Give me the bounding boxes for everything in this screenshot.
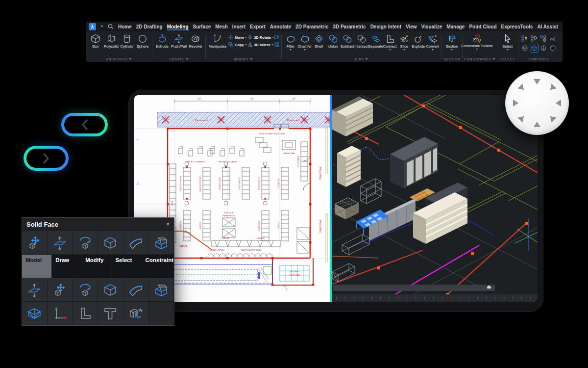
revolve-button[interactable]: Revolve — [187, 33, 204, 49]
shell-solid-tool-2[interactable] — [148, 278, 174, 302]
move-face-tool-2[interactable] — [48, 278, 73, 302]
tab-mesh[interactable]: Mesh — [215, 23, 228, 30]
ucs-tool[interactable] — [48, 302, 73, 325]
settings-grid-button[interactable] — [539, 35, 547, 43]
panel-title-bar[interactable]: Solid Face × — [22, 218, 174, 231]
separate-button[interactable]: Separate — [368, 33, 383, 49]
panel-tab-draw[interactable]: Draw — [52, 255, 82, 278]
tab-2d-parametric[interactable]: 2D Parametric — [295, 23, 328, 30]
mirror3d-button[interactable]: 3D Mirror — [247, 42, 274, 48]
tab-ai-assist[interactable]: AI Assist — [537, 23, 558, 30]
search-icon[interactable] — [108, 24, 114, 29]
dropdown-caret-icon[interactable] — [507, 49, 509, 51]
union-button[interactable]: Union — [326, 33, 340, 49]
panel-tab-select[interactable]: Select — [112, 255, 142, 278]
array-rectangular-button[interactable] — [274, 34, 280, 40]
next-pill-button[interactable] — [24, 146, 69, 171]
tab-surface[interactable]: Surface — [193, 23, 211, 30]
horizontal-scrollbar[interactable] — [333, 285, 495, 291]
t-profile-tool[interactable] — [98, 302, 123, 325]
curved-face-tool-2[interactable] — [123, 278, 149, 302]
section-button[interactable]: Section — [443, 33, 461, 51]
dropdown-caret-icon[interactable] — [432, 49, 434, 51]
convert-button[interactable]: Convert — [425, 33, 440, 51]
dropdown-caret-icon[interactable] — [476, 49, 478, 50]
panel-tab-modify[interactable]: Modify — [82, 255, 112, 278]
box-button[interactable]: Box — [88, 33, 103, 49]
bottom-tick-strip[interactable] — [332, 294, 538, 302]
dropdown-caret-icon[interactable] — [304, 49, 306, 51]
chamfer-button[interactable]: Chamfer — [297, 33, 312, 51]
pushpull-face-tool-2[interactable] — [22, 278, 48, 302]
navigation-dial[interactable] — [505, 71, 569, 135]
tab-manage[interactable]: Manage — [446, 23, 465, 30]
pushpull-button[interactable]: Push/Pull — [171, 33, 187, 49]
dropdown-caret-icon[interactable] — [389, 49, 391, 51]
close-icon[interactable]: × — [166, 221, 170, 227]
rotate3d-button[interactable]: 3D Rotate — [247, 34, 274, 40]
view-style-hidden-button[interactable] — [539, 44, 547, 52]
cylinder-button[interactable]: Cylinder — [119, 33, 135, 49]
move-button[interactable]: Move — [228, 34, 247, 40]
extrude-solid-tool-2[interactable] — [98, 278, 123, 302]
tab-home[interactable]: Home — [118, 23, 132, 30]
dropdown-caret-icon[interactable] — [451, 49, 453, 51]
array-grid-button[interactable] — [274, 42, 280, 48]
dropdown-caret-icon[interactable] — [290, 49, 292, 51]
section-block-tool[interactable] — [123, 302, 149, 325]
manipulate-button[interactable]: Manipulate — [207, 33, 228, 49]
slice-button[interactable]: Slice — [397, 33, 411, 51]
curved-face-tool[interactable] — [123, 231, 149, 255]
panel-tab-constraint[interactable]: Constraint — [142, 255, 174, 278]
view-style-realistic-button[interactable] — [549, 44, 557, 52]
tab-point-cloud[interactable]: Point Cloud — [469, 23, 496, 30]
tab-export[interactable]: Export — [250, 23, 266, 30]
group-caret-icon[interactable] — [186, 58, 189, 60]
constraints-toolbar-button[interactable]: Constraints Toolbar — [464, 33, 490, 50]
trace-button[interactable] — [549, 35, 557, 43]
group-caret-icon[interactable] — [365, 58, 368, 60]
tab-visualize[interactable]: Visualize — [421, 23, 442, 30]
dropdown-caret-icon[interactable] — [403, 49, 405, 51]
lighting-off-button[interactable] — [530, 35, 538, 43]
tab-2d-drafting[interactable]: 2D Drafting — [136, 23, 163, 30]
select-button[interactable]: Select — [499, 33, 516, 51]
tab-design-intent[interactable]: Design Intent — [370, 23, 401, 30]
l-profile-tool[interactable] — [73, 302, 98, 325]
group-caret-icon[interactable] — [129, 58, 132, 60]
tab-annotate[interactable]: Annotate — [270, 23, 291, 30]
move-face-tool[interactable] — [22, 231, 48, 255]
app-menu-caret-icon[interactable] — [100, 26, 103, 27]
tab-view[interactable]: View — [406, 23, 417, 30]
dropdown-caret-icon[interactable] — [245, 44, 247, 46]
view-style-shaded-button[interactable] — [530, 44, 538, 52]
intersect-button[interactable]: Intersect — [354, 33, 368, 49]
fillet-button[interactable]: Fillet — [283, 33, 297, 51]
rotate-face-tool-2[interactable] — [73, 278, 98, 302]
extrude-button[interactable]: Extrude — [154, 33, 171, 49]
tab-expresstools[interactable]: ExpressTools — [501, 23, 533, 30]
sphere-button[interactable]: Sphere — [135, 33, 150, 49]
connect-button[interactable]: Connect — [383, 33, 397, 51]
subtract-button[interactable]: Subtract — [340, 33, 354, 49]
prev-pill-button[interactable] — [61, 113, 108, 136]
tab-insert[interactable]: Insert — [232, 23, 245, 30]
dropdown-caret-icon[interactable] — [271, 44, 273, 46]
group-caret-icon[interactable] — [250, 58, 253, 60]
view-style-wire-button[interactable] — [521, 44, 529, 52]
copy-button[interactable]: Copy — [228, 42, 247, 48]
lighting-on-button[interactable] — [521, 35, 529, 43]
group-caret-icon[interactable] — [492, 58, 495, 60]
extrude-solid-tool[interactable] — [98, 231, 123, 255]
tab-modeling[interactable]: Modeling — [167, 23, 189, 30]
shell-button[interactable]: Shell — [312, 33, 326, 49]
panel-tab-model[interactable]: Model — [22, 255, 52, 278]
shell-solid-tool[interactable] — [148, 231, 174, 255]
explode-button[interactable]: Explode — [411, 33, 425, 49]
app-logo-icon[interactable]: λ — [89, 23, 96, 30]
polysolid-button[interactable]: Polysolid — [103, 33, 119, 49]
wireframe-box-tool[interactable] — [22, 302, 48, 325]
tab-3d-parametric[interactable]: 3D Parametric — [333, 23, 366, 30]
pushpull-face-tool[interactable] — [48, 231, 73, 255]
rotate-face-tool[interactable] — [73, 231, 98, 255]
